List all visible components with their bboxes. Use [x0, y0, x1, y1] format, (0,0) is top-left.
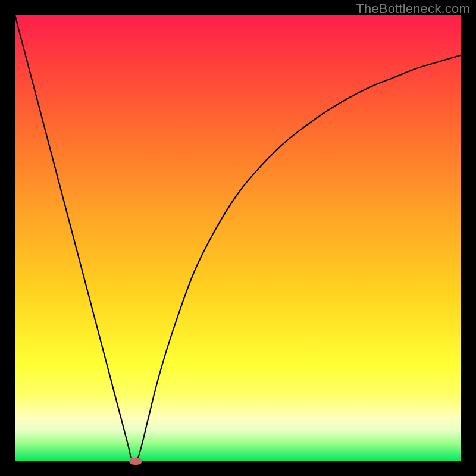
curve-layer — [15, 15, 461, 461]
chart-frame: TheBottleneck.com — [0, 0, 476, 476]
watermark-text: TheBottleneck.com — [356, 1, 470, 17]
bottleneck-curve — [15, 15, 461, 461]
optimum-marker — [129, 458, 142, 465]
plot-area — [15, 15, 461, 461]
